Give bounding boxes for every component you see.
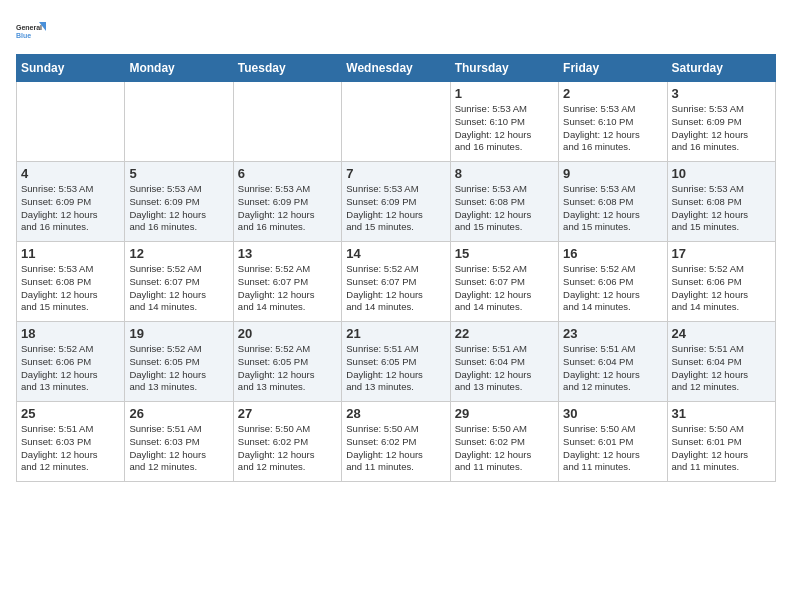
day-number: 16 [563,246,662,261]
calendar-cell: 17Sunrise: 5:52 AM Sunset: 6:06 PM Dayli… [667,242,775,322]
day-number: 5 [129,166,228,181]
day-number: 18 [21,326,120,341]
day-detail: Sunrise: 5:50 AM Sunset: 6:01 PM Dayligh… [672,423,771,474]
day-header-sunday: Sunday [17,55,125,82]
calendar-cell: 8Sunrise: 5:53 AM Sunset: 6:08 PM Daylig… [450,162,558,242]
day-number: 25 [21,406,120,421]
day-detail: Sunrise: 5:51 AM Sunset: 6:03 PM Dayligh… [21,423,120,474]
calendar-cell: 28Sunrise: 5:50 AM Sunset: 6:02 PM Dayli… [342,402,450,482]
day-number: 4 [21,166,120,181]
calendar-cell: 3Sunrise: 5:53 AM Sunset: 6:09 PM Daylig… [667,82,775,162]
logo-icon: GeneralBlue [16,16,46,46]
day-detail: Sunrise: 5:53 AM Sunset: 6:08 PM Dayligh… [672,183,771,234]
calendar-week-row: 18Sunrise: 5:52 AM Sunset: 6:06 PM Dayli… [17,322,776,402]
day-number: 23 [563,326,662,341]
svg-text:General: General [16,24,42,31]
day-detail: Sunrise: 5:53 AM Sunset: 6:10 PM Dayligh… [455,103,554,154]
day-detail: Sunrise: 5:51 AM Sunset: 6:03 PM Dayligh… [129,423,228,474]
calendar-week-row: 25Sunrise: 5:51 AM Sunset: 6:03 PM Dayli… [17,402,776,482]
day-detail: Sunrise: 5:53 AM Sunset: 6:09 PM Dayligh… [129,183,228,234]
day-detail: Sunrise: 5:53 AM Sunset: 6:09 PM Dayligh… [21,183,120,234]
calendar-cell: 6Sunrise: 5:53 AM Sunset: 6:09 PM Daylig… [233,162,341,242]
day-number: 24 [672,326,771,341]
calendar-cell: 30Sunrise: 5:50 AM Sunset: 6:01 PM Dayli… [559,402,667,482]
day-number: 11 [21,246,120,261]
calendar-cell: 14Sunrise: 5:52 AM Sunset: 6:07 PM Dayli… [342,242,450,322]
day-number: 15 [455,246,554,261]
day-number: 3 [672,86,771,101]
day-number: 31 [672,406,771,421]
calendar-cell: 4Sunrise: 5:53 AM Sunset: 6:09 PM Daylig… [17,162,125,242]
calendar-table: SundayMondayTuesdayWednesdayThursdayFrid… [16,54,776,482]
day-number: 19 [129,326,228,341]
calendar-header-row: SundayMondayTuesdayWednesdayThursdayFrid… [17,55,776,82]
calendar-cell: 20Sunrise: 5:52 AM Sunset: 6:05 PM Dayli… [233,322,341,402]
calendar-cell: 16Sunrise: 5:52 AM Sunset: 6:06 PM Dayli… [559,242,667,322]
calendar-cell: 9Sunrise: 5:53 AM Sunset: 6:08 PM Daylig… [559,162,667,242]
day-detail: Sunrise: 5:52 AM Sunset: 6:07 PM Dayligh… [129,263,228,314]
day-detail: Sunrise: 5:53 AM Sunset: 6:08 PM Dayligh… [455,183,554,234]
day-number: 6 [238,166,337,181]
day-number: 21 [346,326,445,341]
calendar-cell: 11Sunrise: 5:53 AM Sunset: 6:08 PM Dayli… [17,242,125,322]
day-detail: Sunrise: 5:53 AM Sunset: 6:08 PM Dayligh… [563,183,662,234]
day-detail: Sunrise: 5:52 AM Sunset: 6:06 PM Dayligh… [672,263,771,314]
day-detail: Sunrise: 5:52 AM Sunset: 6:05 PM Dayligh… [238,343,337,394]
calendar-cell: 12Sunrise: 5:52 AM Sunset: 6:07 PM Dayli… [125,242,233,322]
day-detail: Sunrise: 5:52 AM Sunset: 6:07 PM Dayligh… [238,263,337,314]
day-detail: Sunrise: 5:53 AM Sunset: 6:09 PM Dayligh… [346,183,445,234]
calendar-cell: 18Sunrise: 5:52 AM Sunset: 6:06 PM Dayli… [17,322,125,402]
day-detail: Sunrise: 5:53 AM Sunset: 6:10 PM Dayligh… [563,103,662,154]
calendar-cell: 24Sunrise: 5:51 AM Sunset: 6:04 PM Dayli… [667,322,775,402]
day-detail: Sunrise: 5:53 AM Sunset: 6:08 PM Dayligh… [21,263,120,314]
day-detail: Sunrise: 5:51 AM Sunset: 6:04 PM Dayligh… [455,343,554,394]
day-number: 22 [455,326,554,341]
day-detail: Sunrise: 5:53 AM Sunset: 6:09 PM Dayligh… [238,183,337,234]
day-detail: Sunrise: 5:52 AM Sunset: 6:06 PM Dayligh… [563,263,662,314]
day-number: 8 [455,166,554,181]
day-detail: Sunrise: 5:53 AM Sunset: 6:09 PM Dayligh… [672,103,771,154]
calendar-week-row: 11Sunrise: 5:53 AM Sunset: 6:08 PM Dayli… [17,242,776,322]
day-detail: Sunrise: 5:51 AM Sunset: 6:05 PM Dayligh… [346,343,445,394]
calendar-cell [17,82,125,162]
day-detail: Sunrise: 5:51 AM Sunset: 6:04 PM Dayligh… [672,343,771,394]
calendar-cell: 13Sunrise: 5:52 AM Sunset: 6:07 PM Dayli… [233,242,341,322]
day-number: 13 [238,246,337,261]
day-number: 26 [129,406,228,421]
day-detail: Sunrise: 5:50 AM Sunset: 6:02 PM Dayligh… [238,423,337,474]
calendar-week-row: 1Sunrise: 5:53 AM Sunset: 6:10 PM Daylig… [17,82,776,162]
calendar-cell: 29Sunrise: 5:50 AM Sunset: 6:02 PM Dayli… [450,402,558,482]
day-detail: Sunrise: 5:52 AM Sunset: 6:07 PM Dayligh… [455,263,554,314]
day-number: 1 [455,86,554,101]
calendar-cell [233,82,341,162]
calendar-cell: 22Sunrise: 5:51 AM Sunset: 6:04 PM Dayli… [450,322,558,402]
day-detail: Sunrise: 5:52 AM Sunset: 6:07 PM Dayligh… [346,263,445,314]
calendar-cell: 27Sunrise: 5:50 AM Sunset: 6:02 PM Dayli… [233,402,341,482]
day-number: 20 [238,326,337,341]
day-header-wednesday: Wednesday [342,55,450,82]
day-number: 29 [455,406,554,421]
calendar-cell: 10Sunrise: 5:53 AM Sunset: 6:08 PM Dayli… [667,162,775,242]
day-number: 12 [129,246,228,261]
svg-text:Blue: Blue [16,32,31,39]
day-header-saturday: Saturday [667,55,775,82]
calendar-cell [342,82,450,162]
calendar-cell: 26Sunrise: 5:51 AM Sunset: 6:03 PM Dayli… [125,402,233,482]
day-detail: Sunrise: 5:51 AM Sunset: 6:04 PM Dayligh… [563,343,662,394]
day-header-thursday: Thursday [450,55,558,82]
day-header-monday: Monday [125,55,233,82]
day-header-friday: Friday [559,55,667,82]
day-number: 2 [563,86,662,101]
day-number: 9 [563,166,662,181]
day-detail: Sunrise: 5:50 AM Sunset: 6:02 PM Dayligh… [455,423,554,474]
calendar-cell: 15Sunrise: 5:52 AM Sunset: 6:07 PM Dayli… [450,242,558,322]
day-number: 30 [563,406,662,421]
day-number: 28 [346,406,445,421]
calendar-cell: 21Sunrise: 5:51 AM Sunset: 6:05 PM Dayli… [342,322,450,402]
day-number: 7 [346,166,445,181]
calendar-cell: 5Sunrise: 5:53 AM Sunset: 6:09 PM Daylig… [125,162,233,242]
day-detail: Sunrise: 5:50 AM Sunset: 6:01 PM Dayligh… [563,423,662,474]
page-header: GeneralBlue [16,16,776,46]
calendar-cell: 31Sunrise: 5:50 AM Sunset: 6:01 PM Dayli… [667,402,775,482]
day-number: 27 [238,406,337,421]
